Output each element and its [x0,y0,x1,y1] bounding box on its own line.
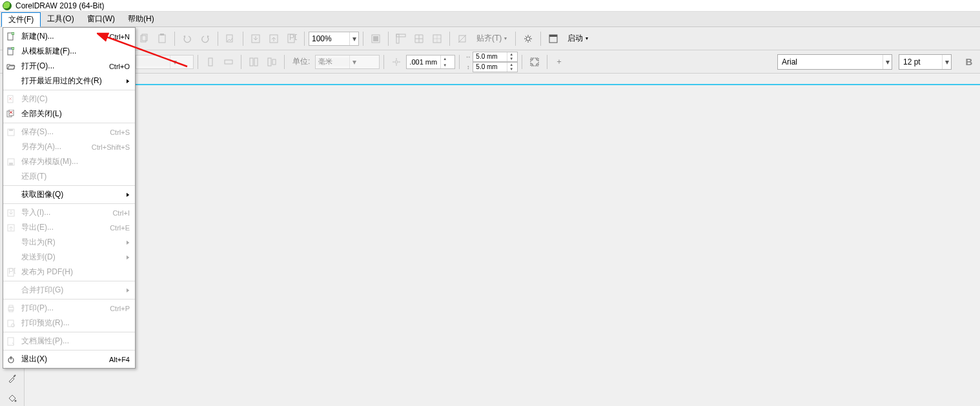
menu-item-new[interactable]: 新建(N)... Ctrl+N [3,29,135,44]
dup-x-icon: ↔ [464,54,473,60]
svg-rect-20 [225,60,232,64]
template-icon [5,46,17,57]
publish-pdf-button[interactable]: PDF [283,30,300,47]
svg-point-16 [526,37,530,41]
menu-file[interactable]: 文件(F) [1,12,41,27]
svg-rect-12 [396,34,399,43]
units-combo[interactable]: ▾ [315,55,380,69]
menu-help[interactable]: 帮助(H) [121,12,161,26]
add-toolbar-button[interactable]: ＋ [551,54,567,70]
copy-button[interactable] [136,30,152,47]
zoom-level-combo[interactable]: ▾ [309,32,359,46]
landscape-button[interactable] [220,54,237,70]
show-rulers-button[interactable] [393,30,409,47]
menu-item-close-all[interactable]: 全部关闭(L) [3,107,135,121]
chevron-down-icon[interactable]: ▾ [942,55,951,69]
menu-item-doc-properties: 文档属性(P)... [3,334,135,349]
import-button[interactable] [247,30,264,47]
font-family-input[interactable] [778,57,883,66]
bold-button[interactable]: B [961,54,977,70]
menu-item-open-recent[interactable]: 打开最近用过的文件(R) ▶ [3,74,135,88]
menu-item-save: 保存(S)... Ctrl+S [3,125,135,139]
import-icon [5,207,17,219]
toolbar-separator [515,32,516,46]
options-button[interactable] [520,30,536,47]
svg-rect-21 [250,58,253,66]
show-grid-button[interactable] [411,30,427,47]
app-icon [3,1,12,10]
portrait-button[interactable] [202,54,219,70]
svg-point-25 [395,61,398,63]
current-page-button[interactable] [263,54,280,70]
export-icon [5,222,17,234]
menu-item-send-to: 发送到(D) ▶ [3,250,135,265]
duplicate-x-field[interactable]: ▲▼ [473,52,518,62]
chevron-down-icon[interactable]: ▾ [349,56,358,68]
chevron-down-icon[interactable]: ▾ [883,55,892,69]
menu-item-exit[interactable]: 退出(X) Alt+F4 [3,352,135,367]
page-size-combo[interactable]: ▾ [136,55,194,69]
snap-to-dropdown[interactable]: 贴齐(T) ▾ [472,32,511,46]
menu-item-open[interactable]: 打开(O)... Ctrl+O [3,59,135,74]
toolbar-separator [383,55,384,69]
export-button[interactable] [265,30,282,47]
duplicate-y-field[interactable]: ▲▼ [473,62,518,72]
search-content-button[interactable] [222,30,239,47]
toolbar-separator [459,55,460,69]
svg-text:PDF: PDF [8,268,15,276]
launch-label: 启动 [567,33,583,44]
menu-item-new-from-template[interactable]: 从模板新建(F)... [3,44,135,59]
menu-item-close: 关闭(C) [3,92,135,107]
svg-rect-47 [8,320,14,327]
app-title: CorelDRAW 2019 (64-Bit) [15,1,105,10]
print-icon [5,303,17,314]
submenu-arrow-icon: ▶ [127,192,129,198]
app-launcher-icon[interactable] [545,30,562,47]
svg-text:PDF: PDF [289,34,297,42]
menu-item-print-merge: 合并打印(G) ▶ [3,283,135,298]
standard-toolbar: PDF ▾ 贴齐(T) ▾ 启动 ▾ [0,27,980,50]
snap-off-button[interactable] [454,30,471,47]
paste-button[interactable] [154,30,170,47]
menu-separator [3,281,135,281]
chevron-down-icon[interactable]: ▾ [349,32,358,45]
all-pages-button[interactable] [245,54,262,70]
toolbar-separator [547,55,547,69]
menu-tools[interactable]: 工具(O) [41,12,80,26]
toolbar-separator [449,32,450,46]
save-icon [5,127,17,138]
menu-item-acquire-image[interactable]: 获取图像(Q) ▶ [3,187,135,202]
fullscreen-preview-button[interactable] [367,30,384,47]
file-menu-dropdown: 新建(N)... Ctrl+N 从模板新建(F)... 打开(O)... Ctr… [3,27,136,369]
treat-as-filled-button[interactable] [526,54,543,70]
undo-button[interactable] [179,30,196,47]
eyedropper-tool[interactable] [3,370,21,387]
svg-rect-19 [209,58,212,66]
save-template-icon [5,156,17,168]
menu-separator [3,90,135,90]
drawing-canvas[interactable] [25,74,980,406]
zoom-input[interactable] [309,34,349,43]
svg-rect-3 [160,34,164,36]
menu-window[interactable]: 窗口(W) [81,12,121,26]
property-bar: ▾ 单位: ▾ ▲▼ ↔ ▲▼ ↕ ▲▼ ＋ ▾ ▾ B [0,50,980,74]
svg-rect-37 [9,129,13,131]
properties-icon [5,336,17,347]
font-family-combo[interactable]: ▾ [777,54,892,70]
svg-rect-24 [272,59,276,65]
menu-separator [3,299,135,299]
spinner-up[interactable]: ▲ [441,56,449,62]
font-size-input[interactable] [899,57,942,66]
menu-item-import: 导入(I)... Ctrl+I [3,205,135,220]
nudge-icon [388,54,405,70]
launch-dropdown[interactable]: 启动 ▾ [563,32,593,46]
pdf-icon: PDF [5,267,17,278]
nudge-input[interactable] [407,58,440,66]
spinner-down[interactable]: ▼ [441,62,449,68]
show-guidelines-button[interactable] [429,30,445,47]
nudge-distance-field[interactable]: ▲▼ [406,55,455,69]
font-size-combo[interactable]: ▾ [899,54,952,70]
fill-tool[interactable] [3,391,21,407]
redo-button[interactable] [197,30,214,47]
svg-rect-26 [531,58,538,66]
